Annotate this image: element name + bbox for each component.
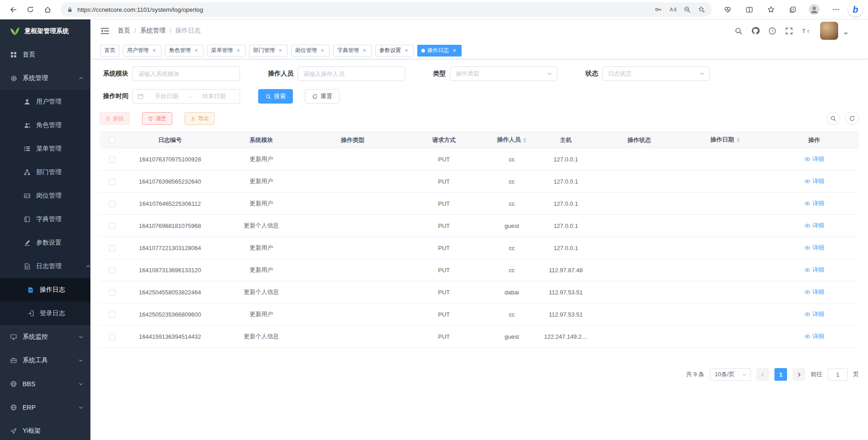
detail-link[interactable]: 详细 [804,266,824,274]
detail-link[interactable]: 详细 [804,288,824,296]
module-input[interactable] [132,66,240,81]
close-icon[interactable]: × [277,47,283,53]
table-row[interactable]: 1644159136394514432 更新个人信息 PUT guest 122… [99,326,859,348]
close-icon[interactable]: × [193,47,199,53]
detail-link[interactable]: 详细 [804,332,824,341]
sidebar-item-monitor[interactable]: 系统监控 [0,325,90,349]
address-bar[interactable]: https://ccnetcore.com:1101/system/log/op… [61,2,712,17]
breadcrumb-system[interactable]: 系统管理 [140,27,165,35]
table-row[interactable]: 1641076465225306112 更新用户 PUT cc 127.0.0.… [99,193,859,215]
detail-link[interactable]: 详细 [804,222,824,230]
detail-link[interactable]: 详细 [804,310,824,318]
fullscreen-icon[interactable] [785,27,793,35]
sidebar-item-home[interactable]: 首页 [0,43,90,66]
sidebar-item-role[interactable]: 角色管理 [0,114,90,137]
help-icon[interactable]: ? [769,27,776,35]
tab-dept[interactable]: 部门管理× [249,45,288,57]
page-number-button[interactable]: 1 [774,368,787,381]
refresh-table-button[interactable] [845,112,859,125]
ssl-lock-icon[interactable] [67,7,73,13]
type-select[interactable]: 操作类型 [450,66,557,81]
row-checkbox[interactable] [109,179,115,185]
browser-profile-avatar[interactable] [807,2,822,17]
search-button[interactable]: 搜索 [258,89,293,104]
browser-menu-icon[interactable] [828,2,844,17]
tab-role[interactable]: 角色管理× [165,45,203,57]
browser-essentials-icon[interactable] [720,2,735,17]
sidebar-item-erp[interactable]: ERP [0,396,90,419]
close-icon[interactable]: × [451,47,458,53]
tab-user[interactable]: 用户管理× [123,45,161,57]
detail-link[interactable]: 详细 [804,199,824,208]
close-icon[interactable]: × [151,47,157,53]
table-row[interactable]: 1641076398565232640 更新用户 PUT cc 127.0.0.… [99,170,859,193]
tab-home[interactable]: 首页 [100,45,119,57]
sidebar-item-bbs[interactable]: BBS [0,372,90,396]
sidebar-item-user[interactable]: 用户管理 [0,90,90,114]
row-checkbox[interactable] [109,267,115,274]
col-date[interactable]: 操作日期 [681,132,769,148]
sidebar-item-log[interactable]: 日志管理 [0,255,90,278]
col-operator[interactable]: 操作人员 [490,132,534,148]
split-screen-icon[interactable] [741,2,757,17]
sidebar-item-config[interactable]: 参数设置 [0,231,90,255]
favorites-bar-icon[interactable] [763,2,778,17]
date-range-picker[interactable]: 开始日期 - 结束日期 [132,89,240,104]
detail-link[interactable]: 详细 [804,177,824,185]
clear-button[interactable]: 清空 [142,112,172,125]
table-row[interactable]: 1642504558053822464 更新个人信息 PUT dabai 112… [99,281,859,303]
sidebar-item-yi-framework[interactable]: Yi框架 [0,419,90,440]
table-row[interactable]: 1641076968181075968 更新个人信息 PUT guest 127… [99,215,859,237]
collections-icon[interactable] [785,2,800,17]
user-menu-caret-icon[interactable] [844,33,848,37]
close-icon[interactable]: × [403,47,410,53]
sidebar-item-post[interactable]: 岗位管理 [0,184,90,208]
sidebar-item-tools[interactable]: 系统工具 [0,349,90,372]
sidebar-logo[interactable]: 意框架管理系统 [0,19,90,43]
font-size-icon[interactable]: TT [802,27,811,34]
sidebar-toggle-icon[interactable] [100,27,109,35]
table-row[interactable]: 1641077221303128064 更新用户 PUT cc 127.0.0.… [99,237,859,259]
row-checkbox[interactable] [109,223,115,229]
zoom-out-icon[interactable] [684,6,691,13]
prev-page-button[interactable] [756,368,769,381]
sidebar-item-system[interactable]: 系统管理 [0,66,90,90]
detail-link[interactable]: 详细 [804,244,824,252]
read-aloud-icon[interactable]: A [669,6,676,13]
delete-button[interactable]: 删除 [99,112,130,125]
row-checkbox[interactable] [109,312,115,318]
search-icon[interactable] [735,27,742,35]
sidebar-item-loginlog[interactable]: 登录日志 [0,302,90,325]
export-button[interactable]: 导出 [184,112,215,125]
breadcrumb-home[interactable]: 首页 [118,27,130,35]
close-icon[interactable]: × [235,47,241,53]
table-row[interactable]: 1641087313696133120 更新用户 PUT cc 112.97.8… [99,259,859,281]
favorite-star-icon[interactable] [698,6,705,13]
tab-post[interactable]: 岗位管理× [291,45,330,57]
toggle-search-button[interactable] [826,112,840,125]
next-page-button[interactable] [793,368,805,381]
sort-icon[interactable] [523,136,527,144]
sidebar-item-dept[interactable]: 部门管理 [0,161,90,184]
password-key-icon[interactable] [655,6,662,13]
operator-input[interactable] [297,66,405,81]
browser-refresh-button[interactable] [23,2,38,17]
sidebar-item-dict[interactable]: 字典管理 [0,208,90,231]
sidebar-item-operlog[interactable]: 操作日志 [0,278,90,302]
tab-menu[interactable]: 菜单管理× [207,45,245,57]
user-avatar[interactable] [820,22,838,40]
reset-button[interactable]: 重置 [305,89,340,104]
github-icon[interactable] [751,27,760,35]
close-icon[interactable]: × [319,47,326,53]
tab-config[interactable]: 参数设置× [375,45,414,57]
tab-dict[interactable]: 字典管理× [333,45,372,57]
url-text[interactable]: https://ccnetcore.com:1101/system/log/op… [77,6,650,13]
status-select[interactable]: 日志状态 [602,66,710,81]
select-all-checkbox[interactable] [109,137,115,143]
tab-operlog[interactable]: 操作日志× [417,45,462,57]
row-checkbox[interactable] [109,334,115,340]
browser-home-button[interactable] [40,2,55,17]
browser-back-button[interactable] [5,2,21,17]
detail-link[interactable]: 详细 [804,155,824,163]
table-row[interactable]: 1641076370975100928 更新用户 PUT cc 127.0.0.… [99,148,859,170]
